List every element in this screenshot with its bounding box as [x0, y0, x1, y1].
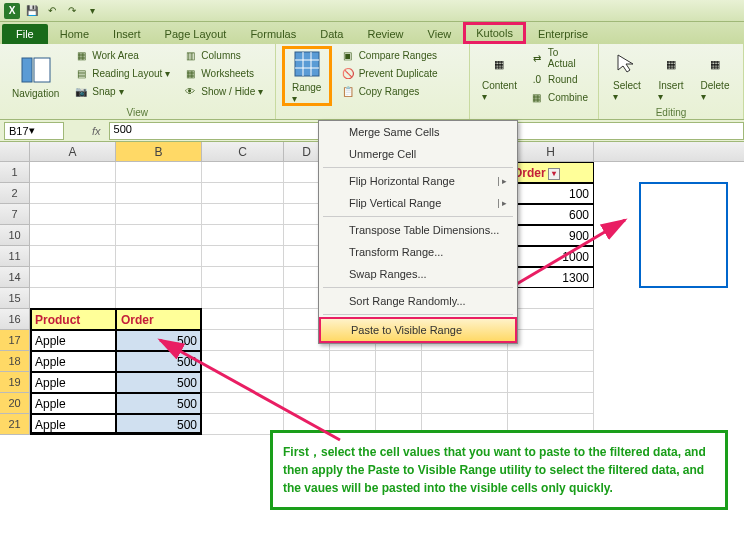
- name-box[interactable]: B17 ▾: [4, 122, 64, 140]
- insert-button[interactable]: ▦ Insert▾: [649, 46, 693, 106]
- cell-C7[interactable]: [202, 204, 284, 225]
- row-header-18[interactable]: 18: [0, 351, 30, 372]
- cell-H17[interactable]: [508, 330, 594, 351]
- menu-flip-vertical[interactable]: Flip Vertical Range| ▸: [319, 192, 517, 214]
- menu-merge-same-cells[interactable]: Merge Same Cells: [319, 121, 517, 143]
- menu-unmerge-cell[interactable]: Unmerge Cell: [319, 143, 517, 165]
- range-button[interactable]: Range▾: [282, 46, 332, 106]
- prevent-duplicate-button[interactable]: 🚫Prevent Duplicate: [336, 64, 442, 82]
- row-header-16[interactable]: 16: [0, 309, 30, 330]
- menu-flip-horizontal[interactable]: Flip Horizontal Range| ▸: [319, 170, 517, 192]
- column-header-H[interactable]: H: [508, 142, 594, 161]
- cell-F19[interactable]: [376, 372, 422, 393]
- cell-F18[interactable]: [376, 351, 422, 372]
- cell-H16[interactable]: [508, 309, 594, 330]
- tab-kutools[interactable]: Kutools: [463, 22, 526, 44]
- cell-A18[interactable]: Apple: [30, 351, 116, 372]
- tab-view[interactable]: View: [416, 24, 464, 44]
- delete-button[interactable]: ▦ Delete▾: [693, 46, 737, 106]
- cell-C1[interactable]: [202, 162, 284, 183]
- worksheets-button[interactable]: ▦Worksheets: [178, 64, 267, 82]
- column-header-B[interactable]: B: [116, 142, 202, 161]
- cell-H20[interactable]: [508, 393, 594, 414]
- cell-E18[interactable]: [330, 351, 376, 372]
- content-button[interactable]: ▦ Content▾: [476, 46, 523, 106]
- row-header-14[interactable]: 14: [0, 267, 30, 288]
- cell-E20[interactable]: [330, 393, 376, 414]
- row-header-17[interactable]: 17: [0, 330, 30, 351]
- tab-insert[interactable]: Insert: [101, 24, 153, 44]
- cell-A14[interactable]: [30, 267, 116, 288]
- tab-page-layout[interactable]: Page Layout: [153, 24, 239, 44]
- menu-transform-range[interactable]: Transform Range...: [319, 241, 517, 263]
- cell-B16[interactable]: Order: [116, 309, 202, 330]
- cell-H7[interactable]: 600: [508, 204, 594, 225]
- cell-B19[interactable]: 500: [116, 372, 202, 393]
- tab-home[interactable]: Home: [48, 24, 101, 44]
- cell-A1[interactable]: [30, 162, 116, 183]
- menu-swap-ranges[interactable]: Swap Ranges...: [319, 263, 517, 285]
- cell-B7[interactable]: [116, 204, 202, 225]
- fx-label[interactable]: fx: [84, 125, 109, 137]
- cell-B21[interactable]: 500: [116, 414, 202, 435]
- cell-H1[interactable]: Order▾: [508, 162, 594, 183]
- cell-G18[interactable]: [422, 351, 508, 372]
- cell-B15[interactable]: [116, 288, 202, 309]
- filter-dropdown-icon[interactable]: ▾: [548, 168, 560, 180]
- cell-A20[interactable]: Apple: [30, 393, 116, 414]
- cell-A15[interactable]: [30, 288, 116, 309]
- cell-D20[interactable]: [284, 393, 330, 414]
- undo-icon[interactable]: ↶: [44, 3, 60, 19]
- cell-D18[interactable]: [284, 351, 330, 372]
- cell-A21[interactable]: Apple: [30, 414, 116, 435]
- cell-C20[interactable]: [202, 393, 284, 414]
- snap-button[interactable]: 📷Snap▾: [69, 82, 174, 100]
- cell-H11[interactable]: 1000: [508, 246, 594, 267]
- cell-A19[interactable]: Apple: [30, 372, 116, 393]
- cell-C18[interactable]: [202, 351, 284, 372]
- cell-A2[interactable]: [30, 183, 116, 204]
- qat-dropdown-icon[interactable]: ▾: [84, 3, 100, 19]
- select-all-corner[interactable]: [0, 142, 30, 161]
- cell-C17[interactable]: [202, 330, 284, 351]
- cell-B10[interactable]: [116, 225, 202, 246]
- work-area-button[interactable]: ▦Work Area: [69, 46, 174, 64]
- cell-F20[interactable]: [376, 393, 422, 414]
- cell-H15[interactable]: [508, 288, 594, 309]
- cell-C15[interactable]: [202, 288, 284, 309]
- cell-B11[interactable]: [116, 246, 202, 267]
- cell-G20[interactable]: [422, 393, 508, 414]
- to-actual-button[interactable]: ⇄To Actual: [525, 46, 592, 70]
- compare-ranges-button[interactable]: ▣Compare Ranges: [336, 46, 442, 64]
- combine-button[interactable]: ▦Combine: [525, 88, 592, 106]
- columns-button[interactable]: ▥Columns: [178, 46, 267, 64]
- cell-H2[interactable]: 100: [508, 183, 594, 204]
- tab-review[interactable]: Review: [355, 24, 415, 44]
- show-hide-button[interactable]: 👁Show / Hide▾: [178, 82, 267, 100]
- cell-C10[interactable]: [202, 225, 284, 246]
- row-header-15[interactable]: 15: [0, 288, 30, 309]
- cell-C16[interactable]: [202, 309, 284, 330]
- tab-file[interactable]: File: [2, 24, 48, 44]
- cell-A17[interactable]: Apple: [30, 330, 116, 351]
- cell-B2[interactable]: [116, 183, 202, 204]
- reading-layout-button[interactable]: ▤Reading Layout▾: [69, 64, 174, 82]
- cell-C14[interactable]: [202, 267, 284, 288]
- tab-enterprise[interactable]: Enterprise: [526, 24, 600, 44]
- cell-H19[interactable]: [508, 372, 594, 393]
- save-icon[interactable]: 💾: [24, 3, 40, 19]
- copy-ranges-button[interactable]: 📋Copy Ranges: [336, 82, 442, 100]
- cell-G19[interactable]: [422, 372, 508, 393]
- cell-B1[interactable]: [116, 162, 202, 183]
- menu-paste-visible-range[interactable]: Paste to Visible Range: [319, 317, 517, 343]
- cell-B14[interactable]: [116, 267, 202, 288]
- tab-data[interactable]: Data: [308, 24, 355, 44]
- cell-E19[interactable]: [330, 372, 376, 393]
- row-header-20[interactable]: 20: [0, 393, 30, 414]
- select-button[interactable]: Select▾: [605, 46, 649, 106]
- cell-A11[interactable]: [30, 246, 116, 267]
- redo-icon[interactable]: ↷: [64, 3, 80, 19]
- row-header-21[interactable]: 21: [0, 414, 30, 435]
- menu-sort-random[interactable]: Sort Range Randomly...: [319, 290, 517, 312]
- cell-H18[interactable]: [508, 351, 594, 372]
